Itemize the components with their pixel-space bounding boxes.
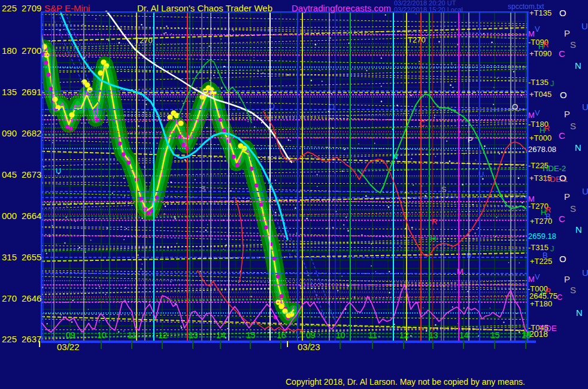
left-axis-price-label: 2664 xyxy=(22,211,41,221)
chart-letter: S xyxy=(441,186,447,194)
planet-letter: U xyxy=(582,268,588,278)
planet-letter: U xyxy=(582,187,588,196)
planet-letter: P xyxy=(564,275,570,284)
hour-label: 16 xyxy=(277,331,286,340)
planet-letter: C xyxy=(559,49,565,59)
symbol-label: S&P E-Mini xyxy=(44,4,90,13)
right-margin-label: V xyxy=(535,25,540,34)
planet-letter: P xyxy=(564,192,570,202)
right-margin-label: V xyxy=(535,109,540,117)
planet-letter: P xyxy=(564,29,570,38)
chart-letter: O xyxy=(269,102,275,111)
chart-letter: P xyxy=(468,136,473,144)
chart-letter: O xyxy=(512,103,518,111)
chart-letter: C xyxy=(419,120,425,128)
planet-letter: S xyxy=(570,204,576,214)
planet-letter: N xyxy=(575,61,581,71)
right-margin-label: +T000 xyxy=(529,134,551,142)
hour-label: 14 xyxy=(459,331,469,340)
right-margin-label: +T270 xyxy=(530,217,552,226)
timestamp-local: 03/22/2018 15:20 Local xyxy=(394,7,463,14)
hour-label: 13 xyxy=(429,331,438,340)
planet-letter: N xyxy=(575,143,581,153)
chart-letter: M xyxy=(457,268,463,276)
planet-letter: N xyxy=(575,225,582,235)
chart-letter: U xyxy=(56,167,61,175)
right-margin-label: V xyxy=(535,273,540,281)
chart-letter: O xyxy=(329,103,335,111)
hour-label: 15 xyxy=(246,331,256,340)
planet-letter: P xyxy=(564,110,570,119)
left-axis-price-label: 2700 xyxy=(22,46,41,56)
planet-letter: C xyxy=(559,131,565,141)
chart-letter: H xyxy=(431,235,436,243)
left-axis-degree-label: 180 xyxy=(2,46,17,56)
left-axis-degree-label: 000 xyxy=(2,211,17,221)
planet-letter: S xyxy=(570,40,576,50)
site-link[interactable]: Daytradingforecasts.com xyxy=(292,4,391,13)
right-margin-label: -T135 xyxy=(528,78,548,87)
copyright-notice: Copyright 2018, Dr. Al Larson. May not b… xyxy=(286,378,525,387)
date-label: 03/23 xyxy=(298,342,320,352)
chart-letter: S xyxy=(201,185,206,193)
right-margin-label: 2678.08 xyxy=(528,145,556,154)
planet-letter: C xyxy=(559,214,565,224)
left-axis-degree-label: 045 xyxy=(2,170,17,180)
right-margin-label: +T225 xyxy=(530,257,552,266)
left-axis-degree-label: 135 xyxy=(2,87,17,97)
left-axis-degree-label: 090 xyxy=(2,129,17,138)
right-margin-label: M xyxy=(528,111,535,120)
planet-letter: S xyxy=(570,121,576,131)
hour-label: 09 xyxy=(66,331,75,340)
planet-letter: O xyxy=(559,8,566,18)
right-margin-label: C xyxy=(557,293,562,302)
chart-letter: R xyxy=(432,218,437,226)
left-axis-price-label: 2682 xyxy=(22,129,41,138)
hour-label: 15 xyxy=(490,331,500,340)
left-axis-degree-label: 225 xyxy=(2,335,17,344)
left-axis-price-label: 2655 xyxy=(22,253,41,262)
right-margin-label: +T045 xyxy=(529,90,551,99)
hour-label: 14 xyxy=(216,331,226,340)
chaos-trader-screen: S&P E-Mini Dr. Al Larson's Chaos Trader … xyxy=(0,0,588,389)
left-axis-price-label: 2637 xyxy=(22,335,41,344)
planet-letter: N xyxy=(576,308,583,318)
left-axis-price-label: 2691 xyxy=(22,87,41,97)
right-margin-label: TIDE-2 xyxy=(541,165,566,173)
chart-letter: T270 xyxy=(408,36,426,44)
planet-letter: O xyxy=(560,90,567,100)
chart-letter: T270 xyxy=(135,37,153,45)
right-margin-label: R xyxy=(544,124,550,133)
left-axis-degree-label: 225 xyxy=(2,4,17,13)
chart-letter: U xyxy=(478,171,484,179)
left-axis-price-label: 2646 xyxy=(22,294,41,303)
planet-letter: S xyxy=(570,285,576,295)
hour-label: 11 xyxy=(128,331,137,340)
chart-letter: V xyxy=(466,253,472,261)
left-axis-degree-label: 315 xyxy=(2,253,17,262)
planet-letter: O xyxy=(559,174,566,183)
left-axis-degree-label: 270 xyxy=(2,294,17,303)
hour-label: 13 xyxy=(189,331,198,340)
chart-letter: N xyxy=(392,153,398,161)
right-margin-label: M xyxy=(528,30,535,38)
planet-letter: U xyxy=(582,102,588,112)
right-margin-label: TIDE xyxy=(539,324,557,333)
planet-letter: O xyxy=(559,254,566,264)
right-margin-label: 2659.18 xyxy=(528,232,556,241)
right-margin-label: M xyxy=(528,275,535,284)
left-axis-price-label: 2673 xyxy=(22,170,41,180)
hour-label: 12 xyxy=(158,331,168,340)
hour-label: 10 xyxy=(97,331,107,340)
page-title: Dr. Al Larson's Chaos Trader Web xyxy=(137,4,272,13)
right-margin-label: +T180 xyxy=(530,300,552,308)
hour-label: 09 xyxy=(306,331,316,340)
planet-letter: U xyxy=(581,22,588,31)
hour-label: 10 xyxy=(336,331,345,340)
hour-label: 11 xyxy=(368,331,377,340)
left-axis-price-label: 2709 xyxy=(22,4,41,13)
right-margin-label: R xyxy=(543,41,548,49)
right-margin-label: +T090 xyxy=(529,50,551,58)
right-margin-label: J xyxy=(550,245,554,253)
date-label: 03/22 xyxy=(57,342,80,352)
